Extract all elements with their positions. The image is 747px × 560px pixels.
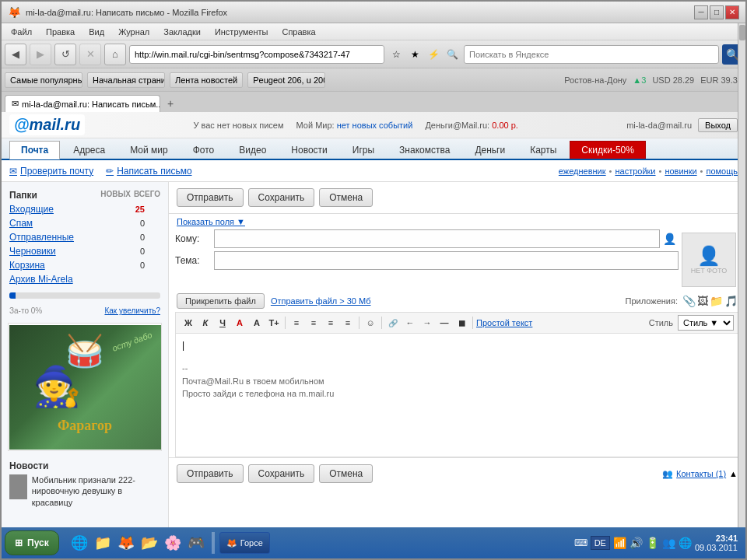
quicklaunch-explorer[interactable]: 📁	[92, 532, 114, 554]
start-button[interactable]: ⊞ Пуск	[5, 530, 59, 555]
nav-tab-maps[interactable]: Карты	[518, 141, 568, 159]
new-tab-button[interactable]: +	[162, 95, 179, 112]
menu-help[interactable]: Справка	[275, 26, 321, 38]
nav-tab-mail[interactable]: Почта	[9, 141, 60, 159]
quicklaunch-firefox[interactable]: 🦊	[115, 532, 137, 554]
bookmark-icon[interactable]: ★	[406, 46, 423, 63]
star-icon[interactable]: ☆	[388, 46, 405, 63]
list-btn[interactable]: ≡	[340, 315, 356, 331]
quicklaunch-ie[interactable]: 🌐	[68, 532, 90, 554]
show-fields-link[interactable]: Показать поля ▼	[177, 217, 245, 226]
undo-btn[interactable]: ←	[402, 315, 418, 331]
plain-text-link[interactable]: Простой текст	[476, 318, 532, 327]
folder-sent-link[interactable]: Отправленные	[9, 232, 129, 243]
align-center-btn[interactable]: ≡	[306, 315, 321, 331]
nav-tab-news[interactable]: Новости	[279, 141, 338, 159]
tab-compose[interactable]: ✉ mi-la-da@mail.ru: Написать письм... ✕	[5, 95, 160, 112]
daily-link-help[interactable]: помощь	[706, 166, 738, 176]
link-btn[interactable]: 🔗	[385, 315, 401, 331]
sidebar-ad[interactable]: 🥁 🧙 Фарагор осту дабо	[8, 323, 162, 451]
align-left-btn[interactable]: ≡	[289, 315, 304, 331]
to-input[interactable]	[214, 229, 660, 248]
attach-icon-4[interactable]: 🎵	[724, 295, 738, 307]
align-right-btn[interactable]: ≡	[323, 315, 338, 331]
contacts-expand-icon[interactable]: ▲	[729, 469, 738, 478]
tray-ie-icon[interactable]: 🌐	[679, 537, 692, 549]
folder-archive-link[interactable]: Архив Mi-Arela	[9, 274, 145, 285]
search-icon-nav[interactable]: 🔍	[444, 46, 461, 63]
nav-tab-address[interactable]: Адреса	[61, 141, 117, 159]
attach-icon-1[interactable]: 📎	[682, 295, 696, 307]
compose-link[interactable]: ✏ Написать письмо	[106, 166, 191, 177]
menu-tools[interactable]: Инструменты	[209, 26, 275, 38]
bookmark-news[interactable]: Лента новостей	[170, 72, 243, 88]
save-button-bottom[interactable]: Сохранить	[248, 464, 315, 483]
folder-sent[interactable]: Отправленные 0	[2, 230, 168, 244]
taskbar-firefox[interactable]: 🦊 Горсе	[219, 532, 270, 554]
quicklaunch-app2[interactable]: 🎮	[185, 532, 207, 554]
tray-contacts-icon[interactable]: 👥	[662, 537, 675, 549]
quicklaunch-app1[interactable]: 🌸	[162, 532, 184, 554]
minimize-button[interactable]: ─	[694, 5, 708, 19]
nav-tab-dating[interactable]: Знакомства	[388, 141, 461, 159]
folder-trash-link[interactable]: Корзина	[9, 260, 129, 271]
daily-link-settings[interactable]: настройки	[615, 166, 655, 176]
attach-button[interactable]: Прикрепить файл	[177, 293, 265, 309]
language-indicator[interactable]: DE	[591, 536, 610, 550]
large-file-link[interactable]: Отправить файл > 30 Мб	[271, 296, 371, 306]
contacts-label[interactable]: Контакты (1)	[676, 469, 726, 478]
menu-file[interactable]: Файл	[5, 26, 38, 38]
menu-bookmarks[interactable]: Закладки	[157, 26, 207, 38]
subject-input[interactable]	[214, 251, 679, 270]
italic-btn[interactable]: К	[198, 315, 213, 331]
menu-edit[interactable]: Правка	[40, 26, 81, 38]
save-button-top[interactable]: Сохранить	[248, 188, 315, 207]
stop-button[interactable]: ✕	[79, 44, 101, 65]
attach-icon-2[interactable]: 🖼	[697, 295, 708, 307]
redo-btn[interactable]: →	[419, 315, 435, 331]
storage-upgrade-link[interactable]: Как увеличить?	[104, 306, 160, 315]
emoticon-btn[interactable]: ☺	[363, 315, 378, 331]
close-button[interactable]: ✕	[725, 5, 739, 19]
search-input-nav[interactable]	[464, 45, 719, 64]
style-dropdown[interactable]: Стиль ▼	[678, 315, 734, 331]
nav-tab-money[interactable]: Деньги	[463, 141, 517, 159]
folder-spam-link[interactable]: Спам	[9, 218, 129, 229]
send-button-bottom[interactable]: Отправить	[177, 464, 244, 483]
forward-button[interactable]: ▶	[30, 44, 51, 65]
hr-btn[interactable]: —	[437, 315, 452, 331]
bold-btn[interactable]: Ж	[181, 315, 196, 331]
quicklaunch-folder[interactable]: 📂	[139, 532, 160, 554]
check-mail-link[interactable]: ✉ Проверить почту	[9, 166, 93, 177]
cancel-button-bottom[interactable]: Отмена	[319, 464, 373, 483]
folder-trash[interactable]: Корзина 0	[2, 258, 168, 272]
cancel-button-top[interactable]: Отмена	[319, 188, 373, 207]
bookmark-peugeot[interactable]: Peugeot 206, u 2002 г...	[247, 72, 325, 88]
send-button-top[interactable]: Отправить	[177, 188, 244, 207]
nav-tab-games[interactable]: Игры	[341, 141, 386, 159]
bookmark-home[interactable]: Начальная страница	[87, 72, 165, 88]
home-button[interactable]: ⌂	[104, 44, 126, 65]
underline-btn[interactable]: Ч	[215, 315, 230, 331]
news-text[interactable]: Мобильник признали 222-нировочную девушк…	[32, 474, 160, 508]
menu-view[interactable]: Вид	[82, 26, 110, 38]
daily-link-calendar[interactable]: ежедневник	[559, 166, 606, 176]
nav-tab-video[interactable]: Видео	[227, 141, 278, 159]
bookmark-popular[interactable]: Самые популярные	[5, 72, 82, 88]
text-editor[interactable]: | -- Почта@Mail.Ru в твоем мобильном Про…	[175, 333, 739, 457]
logout-button[interactable]: Выход	[698, 118, 738, 132]
address-book-icon[interactable]: 👤	[660, 229, 679, 248]
nav-tab-deals[interactable]: Скидки-50%	[570, 141, 646, 159]
maximize-button[interactable]: □	[710, 5, 724, 19]
menu-journal[interactable]: Журнал	[112, 26, 156, 38]
attach-icon-3[interactable]: 📁	[710, 295, 723, 307]
folder-drafts[interactable]: Черновики 0	[2, 244, 168, 258]
font-color-btn[interactable]: А	[232, 315, 247, 331]
folder-inbox-link[interactable]: Входящие	[9, 204, 129, 215]
refresh-icon[interactable]: ⚡	[425, 46, 442, 63]
nav-tab-myworld[interactable]: Мой мир	[118, 141, 179, 159]
folder-spam[interactable]: Спам 0	[2, 216, 168, 230]
folder-archive[interactable]: Архив Mi-Arela	[2, 272, 168, 286]
font-bigger-btn[interactable]: T+	[266, 315, 282, 331]
font-size-btn[interactable]: A	[249, 315, 265, 331]
